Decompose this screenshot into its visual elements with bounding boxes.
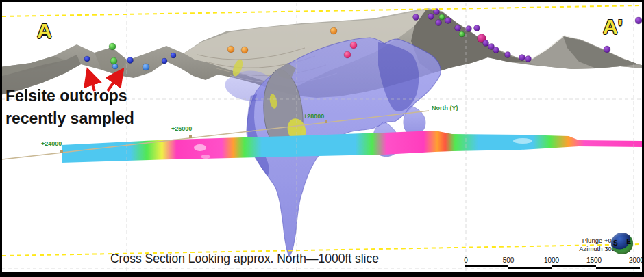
sample-sphere-blue: [171, 53, 176, 58]
sample-sphere-pink: [350, 42, 357, 49]
sample-sphere-orange: [241, 47, 248, 53]
view-orientation-info: Plunge +08 Azimuth 309: [545, 237, 615, 253]
section-marker-a-prime: A': [603, 16, 623, 37]
sample-sphere-lightblue: [112, 64, 118, 69]
felsite-annotation: Felsite outcrops recently sampled: [5, 85, 134, 130]
sample-sphere-purple: [466, 26, 472, 32]
sample-sphere-purple: [413, 14, 419, 21]
sample-sphere-blue: [162, 58, 167, 64]
sample-sphere-purple: [635, 17, 642, 24]
sample-sphere-purple: [604, 46, 610, 53]
sample-sphere-purple: [519, 55, 525, 61]
globe-south-label: S: [613, 239, 618, 247]
sample-sphere-purple: [483, 40, 489, 47]
sample-sphere-blue: [84, 56, 90, 62]
sample-sphere-orange: [227, 46, 234, 53]
axis-tick-26000: +26000: [171, 125, 192, 132]
sample-sphere-pink: [344, 51, 351, 58]
axis-tick-24000: +24000: [41, 140, 62, 147]
plunge-value: Plunge +08: [545, 237, 615, 245]
sample-sphere-green: [459, 31, 465, 37]
sample-sphere-purple: [474, 25, 480, 31]
scale-bar-segments: [465, 265, 640, 269]
felsite-annotation-line1: Felsite outcrops: [5, 85, 134, 107]
viewport-border-top: [0, 0, 644, 2]
scale-tick-0: 0: [464, 256, 468, 264]
viewport-border-bottom: [0, 272, 644, 277]
sample-sphere-orange: [330, 27, 337, 34]
sample-sphere-purple: [455, 25, 461, 31]
scale-bar-tick-labels: 0 500 1000 1500 2000: [465, 256, 640, 264]
scale-tick-1500: 1500: [586, 256, 602, 264]
sample-sphere-green: [109, 43, 116, 50]
scale-tick-500: 500: [503, 256, 515, 264]
sample-sphere-purple: [505, 52, 511, 58]
sample-sphere-green: [439, 14, 445, 20]
section-caption: Cross Section Looking approx. North—1000…: [80, 252, 409, 266]
sample-sphere-lightblue: [143, 64, 149, 70]
geophysics-slice: [62, 131, 642, 163]
sample-sphere-purple: [445, 18, 451, 24]
scale-bar: 0 500 1000 1500 2000: [465, 256, 640, 269]
sample-sphere-purple: [493, 47, 499, 53]
axis-label-north-y: North (Y): [432, 105, 458, 111]
felsite-annotation-line2: recently sampled: [5, 107, 134, 130]
section-scene: [0, 0, 644, 277]
scale-tick-1000: 1000: [544, 256, 559, 264]
azimuth-value: Azimuth 309: [545, 245, 615, 253]
sample-sphere-purple: [428, 14, 434, 20]
sample-sphere-purple: [436, 20, 442, 26]
viewport-border-left: [0, 0, 2, 277]
globe-east-label: E: [626, 238, 631, 246]
axis-tick-28000: +28000: [304, 113, 324, 120]
sample-sphere-purple: [525, 56, 532, 62]
orientation-globe-icon[interactable]: S E: [611, 233, 633, 254]
sample-sphere-green: [110, 57, 117, 64]
section-marker-a: A: [37, 21, 52, 41]
cross-section-viewport[interactable]: A A' Felsite outcrops recently sampled +…: [0, 0, 644, 277]
sample-sphere-blue: [127, 57, 134, 64]
